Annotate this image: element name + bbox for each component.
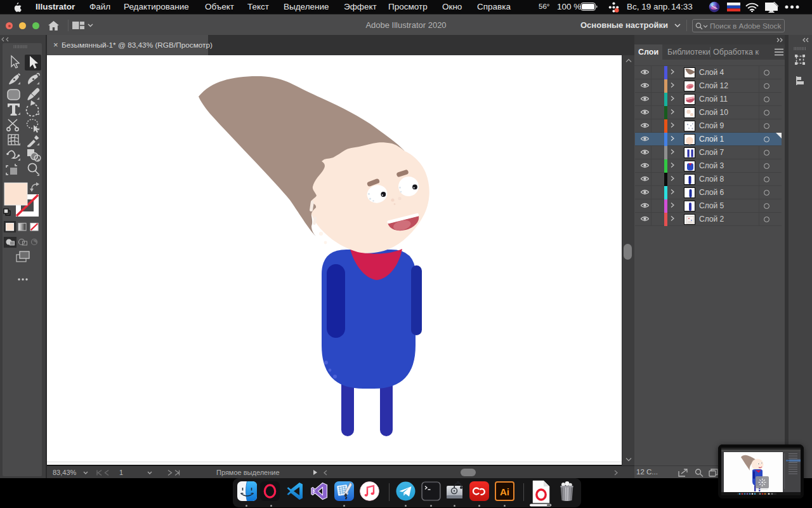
svg-text:Ai: Ai xyxy=(500,486,509,497)
